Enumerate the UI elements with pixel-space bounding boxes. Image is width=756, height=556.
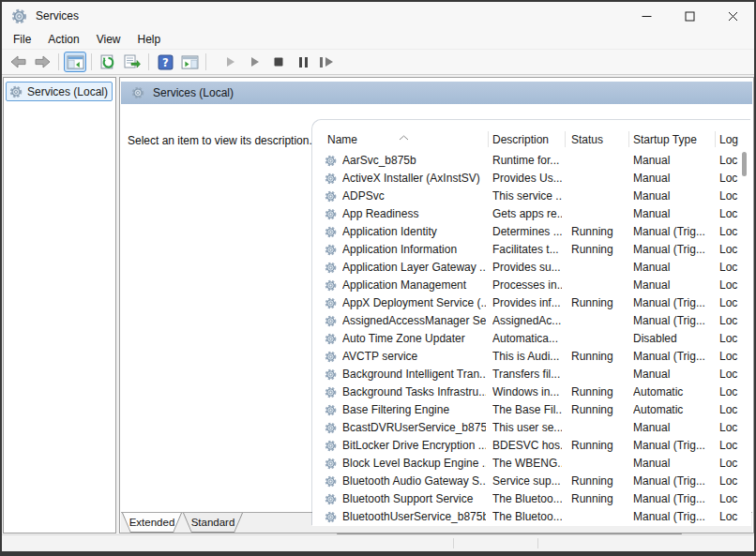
menu-help[interactable]: Help (129, 31, 170, 48)
minimize-button[interactable] (625, 2, 668, 30)
service-row[interactable]: AarSvc_b875bRuntime for...ManualLoc (312, 152, 751, 170)
service-startup-type: Manual (Trig... (633, 348, 712, 366)
help-button[interactable]: ? (154, 52, 176, 72)
service-row[interactable]: BcastDVRUserService_b875bThis user se...… (312, 419, 751, 437)
service-row[interactable]: Auto Time Zone UpdaterAutomatica...Disab… (312, 330, 751, 348)
service-description: The Base Fil... (492, 401, 562, 419)
service-description: This is Audi... (492, 348, 562, 366)
service-status: Running (571, 401, 626, 419)
start-service-button[interactable] (219, 52, 241, 72)
service-row[interactable]: ADPSvcThis service ...ManualLoc (312, 188, 751, 205)
service-description: Processes in... (492, 277, 562, 294)
service-description: The Bluetoo... (492, 490, 562, 508)
back-button[interactable] (7, 52, 29, 72)
service-description: Transfers fil... (492, 366, 562, 383)
window-chrome: Services FileActionViewHelp ? Services (… (2, 2, 754, 551)
column-header-status[interactable]: Status (571, 133, 603, 146)
service-row[interactable]: Background Intelligent Tran...Transfers … (312, 366, 751, 383)
service-row[interactable]: BluetoothUserService_b875bThe Bluetoo...… (312, 508, 751, 526)
tab-extended[interactable]: Extended (122, 513, 182, 533)
service-row[interactable]: AssignedAccessManager Se...AssignedAc...… (312, 312, 751, 330)
column-header-name[interactable]: Name (327, 133, 357, 146)
stop-service-button[interactable] (267, 52, 290, 72)
service-status (571, 277, 626, 294)
window-controls (625, 2, 754, 30)
service-row[interactable]: Application InformationFacilitates t...R… (312, 241, 751, 259)
vertical-scrollbar[interactable] (741, 152, 748, 526)
banner: Services (Local) (121, 82, 752, 104)
service-status (571, 312, 626, 330)
service-row[interactable]: Base Filtering EngineThe Base Fil...Runn… (312, 401, 751, 419)
pane-content: Select an item to view its description. … (121, 104, 752, 512)
column-header-description[interactable]: Description (492, 133, 549, 146)
sort-ascending-icon (399, 128, 409, 144)
status-bar (2, 534, 754, 551)
toolbar-separator (58, 53, 59, 70)
service-status: Running (571, 383, 626, 401)
service-description: This user se... (492, 419, 562, 437)
menu-view[interactable]: View (88, 31, 129, 48)
tree-item-services-local[interactable]: Services (Local) (6, 82, 113, 101)
service-gear-icon (325, 188, 340, 205)
close-button[interactable] (711, 2, 754, 30)
service-row[interactable]: AVCTP serviceThis is Audi...RunningManua… (312, 348, 751, 366)
service-startup-type: Manual (Trig... (633, 223, 712, 241)
column-separator[interactable] (488, 131, 489, 147)
column-separator[interactable] (628, 131, 629, 147)
column-separator[interactable] (565, 131, 566, 147)
service-gear-icon (325, 366, 340, 383)
status-bar-separator (537, 538, 538, 548)
service-startup-type: Manual (Trig... (633, 508, 712, 526)
show-console-tree-button[interactable] (64, 52, 86, 72)
column-header-log[interactable]: Log (719, 133, 738, 146)
service-startup-type: Manual (633, 188, 712, 205)
restart-service-button[interactable] (316, 52, 339, 72)
console-tree-panel: Services (Local) (3, 77, 116, 533)
column-separator[interactable] (715, 131, 716, 147)
service-description: This service ... (492, 188, 562, 205)
show-action-pane-button[interactable] (178, 52, 201, 72)
service-row[interactable]: ActiveX Installer (AxInstSV)Provides Us.… (312, 170, 751, 188)
service-row[interactable]: BitLocker Drive Encryption ...BDESVC hos… (312, 437, 751, 455)
service-startup-type: Manual (Trig... (633, 437, 712, 455)
maximize-button[interactable] (668, 2, 711, 30)
service-row[interactable]: App ReadinessGets apps re...ManualLoc (312, 205, 751, 223)
menu-action[interactable]: Action (39, 31, 87, 48)
service-name: Block Level Backup Engine ... (342, 455, 486, 473)
service-row[interactable]: Application ManagementProcesses in...Man… (312, 277, 751, 294)
column-header-startup-type[interactable]: Startup Type (633, 133, 697, 146)
workspace: Services (Local) Services (Local) Select… (2, 75, 754, 534)
service-row[interactable]: Bluetooth Support ServiceThe Bluetoo...R… (312, 490, 751, 508)
pause-service-button[interactable] (292, 52, 314, 72)
main-pane: Services (Local) Select an item to view … (119, 77, 754, 533)
service-name: AarSvc_b875b (342, 152, 486, 170)
service-name: AppX Deployment Service (... (342, 294, 486, 312)
service-name: Application Identity (342, 223, 486, 241)
menu-file[interactable]: File (5, 31, 39, 48)
service-gear-icon (325, 170, 340, 188)
service-gear-icon (325, 294, 340, 312)
resume-service-button[interactable] (243, 52, 265, 72)
toolbar-separator (205, 53, 206, 70)
service-gear-icon (325, 348, 340, 366)
service-description: Facilitates t... (492, 241, 562, 259)
service-row[interactable]: Bluetooth Audio Gateway S...Service sup.… (312, 473, 751, 490)
service-gear-icon (325, 241, 340, 259)
service-gear-icon (325, 383, 340, 401)
service-row[interactable]: Application Layer Gateway ...Provides su… (312, 259, 751, 277)
service-gear-icon (325, 437, 340, 455)
service-row[interactable]: AppX Deployment Service (...Provides inf… (312, 294, 751, 312)
service-description: Gets apps re... (492, 205, 562, 223)
service-row[interactable]: Block Level Backup Engine ...The WBENG..… (312, 455, 751, 473)
service-name: Application Information (342, 241, 486, 259)
vertical-scrollbar-thumb[interactable] (742, 152, 747, 176)
export-list-button[interactable] (121, 52, 144, 72)
service-name: Application Management (342, 277, 486, 294)
refresh-button[interactable] (97, 52, 119, 72)
service-name: ActiveX Installer (AxInstSV) (342, 170, 486, 188)
service-row[interactable]: Background Tasks Infrastru...Windows in.… (312, 383, 751, 401)
service-row[interactable]: Application IdentityDetermines ...Runnin… (312, 223, 751, 241)
tab-standard[interactable]: Standard (183, 513, 243, 533)
service-description: Provides inf... (492, 294, 562, 312)
forward-button[interactable] (31, 52, 53, 72)
